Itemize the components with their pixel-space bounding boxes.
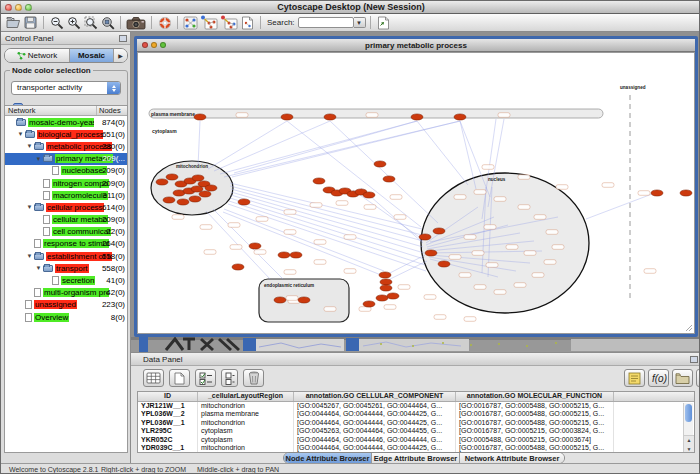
open-folder-icon[interactable]: [5, 15, 22, 31]
table-cell[interactable]: [GO:0016787, GO:0005215, GO:0003824, G..…: [456, 427, 614, 435]
table-cell[interactable]: YJR121W__1: [138, 402, 198, 410]
graph-edge[interactable]: [586, 194, 652, 219]
expand-triangle-icon[interactable]: ▼: [34, 156, 43, 162]
zoom-view-icon[interactable]: [160, 42, 166, 48]
graph-edge[interactable]: [287, 121, 421, 227]
table-row[interactable]: YLR295Ccytoplasm[GO:0045263, GO:0044464,…: [138, 427, 694, 435]
tree-column-network[interactable]: Network: [5, 106, 97, 115]
graph-node[interactable]: [166, 174, 178, 180]
network-view-icon[interactable]: [182, 15, 199, 31]
graph-node[interactable]: [238, 199, 250, 205]
network-window-titlebar[interactable]: primary metabolic process: [137, 39, 695, 52]
tree-row[interactable]: cell communicat22(0): [5, 226, 127, 238]
graph-node[interactable]: [274, 297, 286, 303]
table-cell[interactable]: [GO:0045263, GO:0044464, GO:0044455, G..…: [294, 427, 456, 435]
table-cell[interactable]: [GO:0044464, GO:0044446, GO:0044444, G..…: [294, 436, 456, 444]
graph-node[interactable]: [290, 252, 302, 258]
graph-node[interactable]: [249, 243, 261, 249]
tree-row[interactable]: multi-organism pro42(0): [5, 287, 127, 299]
table-cell[interactable]: mitochondrion: [198, 419, 294, 427]
tab-overflow-arrow-icon[interactable]: ▶: [114, 49, 127, 62]
graph-node[interactable]: [199, 191, 211, 197]
table-cell[interactable]: YPL036W__2: [138, 410, 198, 418]
graph-edge[interactable]: [220, 121, 417, 174]
expand-triangle-icon[interactable]: ▼: [25, 204, 34, 210]
table-cell[interactable]: [GO:0005488, GO:0005215, GO:0003674]: [456, 436, 614, 444]
table-column-header[interactable]: annotation.GO CELLULAR_COMPONENT: [294, 392, 456, 401]
table-cell[interactable]: YLR295C: [138, 427, 198, 435]
tab-network-attribute-browser[interactable]: Network Attribute Browser: [460, 453, 564, 463]
tree-row[interactable]: unassigned223(0): [5, 299, 127, 311]
tab-network[interactable]: Network: [5, 49, 70, 62]
network-canvas[interactable]: plasma membrane cytoplasm mitochondrion …: [137, 52, 695, 334]
new-document-icon[interactable]: [239, 15, 256, 31]
tree-row[interactable]: ▼primary metabo209(...: [5, 153, 127, 165]
table-cell[interactable]: [GO:0016787, GO:0005488, GO:0005215, G..…: [456, 410, 614, 418]
minimize-window-icon[interactable]: [15, 4, 22, 11]
graph-node[interactable]: [380, 279, 392, 285]
tree-row[interactable]: nitrogen compo209(0): [5, 177, 127, 189]
zoom-window-icon[interactable]: [25, 4, 32, 11]
close-view-icon[interactable]: [142, 42, 148, 48]
tree-row[interactable]: secretion41(0): [5, 274, 127, 286]
tree-row[interactable]: nucleobase-209(0): [5, 165, 127, 177]
graph-node[interactable]: [324, 114, 336, 120]
tab-node-attribute-browser[interactable]: Node Attribute Browser: [284, 453, 372, 463]
graph-edge[interactable]: [234, 121, 417, 173]
new-attribute-icon[interactable]: [169, 369, 190, 387]
table-column-header[interactable]: _cellularLayoutRegion: [198, 392, 294, 401]
graph-edge[interactable]: [386, 261, 427, 281]
graph-node[interactable]: [363, 301, 375, 307]
graph-node[interactable]: [313, 178, 325, 184]
graph-edge[interactable]: [330, 121, 438, 223]
table-cell[interactable]: [GO:0044464, GO:0044444, GO:0044425, G..…: [294, 410, 456, 418]
close-window-icon[interactable]: [5, 4, 12, 11]
select-all-attributes-icon[interactable]: [195, 369, 216, 387]
graph-node[interactable]: [298, 297, 310, 303]
graph-node[interactable]: [177, 199, 189, 205]
table-cell[interactable]: cytoplasm: [198, 427, 294, 435]
save-icon[interactable]: [22, 15, 39, 31]
graph-node[interactable]: [205, 185, 217, 191]
graph-node[interactable]: [163, 197, 175, 203]
graph-node[interactable]: [438, 261, 450, 267]
advanced-search-icon[interactable]: [375, 15, 392, 31]
zoom-fit-icon[interactable]: [99, 15, 116, 31]
graph-node[interactable]: [363, 192, 375, 198]
table-cell[interactable]: [GO:0044464, GO:0044444, GO:0044425, G..…: [294, 419, 456, 427]
table-column-header[interactable]: annotation.GO MOLECULAR_FUNCTION: [456, 392, 614, 401]
table-cell[interactable]: [GO:0016787, GO:0005488, GO:0005215, G..…: [456, 402, 614, 410]
graph-edge[interactable]: [214, 121, 330, 171]
node-color-dropdown[interactable]: transporter activity: [11, 81, 121, 95]
expand-triangle-icon[interactable]: ▼: [25, 143, 34, 149]
graph-edge[interactable]: [223, 212, 381, 275]
scroll-down-icon[interactable]: ▼: [687, 446, 692, 452]
scroll-up-icon[interactable]: ▲: [687, 437, 692, 443]
tree-row[interactable]: cellular metabo209(0): [5, 214, 127, 226]
float-data-panel-icon[interactable]: [690, 356, 698, 363]
help-icon[interactable]: [156, 15, 173, 31]
tree-row[interactable]: ▼metabolic process280(0): [5, 140, 127, 152]
float-panel-icon[interactable]: [119, 35, 127, 42]
zoom-selected-region-icon[interactable]: [82, 15, 99, 31]
table-cell[interactable]: [GO:0045267, GO:0045261, GO:0044464, G..…: [294, 402, 456, 410]
table-cell[interactable]: YPL036W__1: [138, 419, 198, 427]
graph-node[interactable]: [425, 250, 437, 256]
graph-node[interactable]: [189, 196, 201, 202]
table-cell[interactable]: [GO:0016787, GO:0005488, GO:0005215, G..…: [456, 419, 614, 427]
graph-node[interactable]: [379, 272, 391, 278]
tree-row[interactable]: ▼cellular process614(0): [5, 201, 127, 213]
table-cell[interactable]: plasma membrane: [198, 410, 294, 418]
graph-edge[interactable]: [198, 121, 200, 167]
tree-row[interactable]: response to stimulu264(0): [5, 238, 127, 250]
graph-node[interactable]: [374, 161, 386, 167]
table-scrollbar[interactable]: ▲▼: [683, 403, 693, 453]
scrollbar-thumb[interactable]: [685, 404, 692, 422]
graph-node[interactable]: [411, 114, 423, 120]
search-input[interactable]: [298, 17, 354, 28]
tree-row[interactable]: ▼transport558(0): [5, 262, 127, 274]
tree-row[interactable]: macromolecule311(0): [5, 189, 127, 201]
expand-triangle-icon[interactable]: ▼: [16, 131, 25, 137]
table-row[interactable]: YPL036W__2plasma membrane[GO:0044464, GO…: [138, 410, 694, 418]
annotation-icon[interactable]: [624, 369, 645, 387]
